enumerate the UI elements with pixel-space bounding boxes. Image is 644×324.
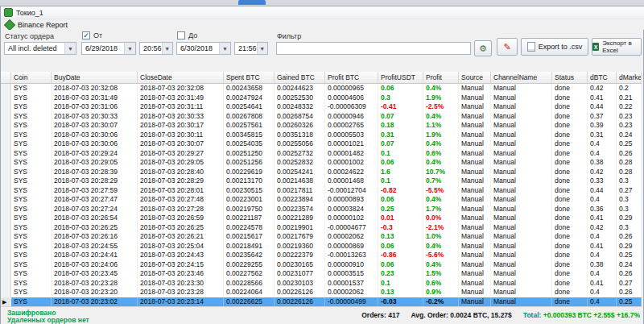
row-selector[interactable] <box>1 195 11 205</box>
row-selector[interactable] <box>1 242 11 251</box>
report-bar: Binance Report <box>1 19 644 30</box>
table-row[interactable]: SYS2018-07-03 20:26:252018-07-03 20:26:2… <box>1 223 642 233</box>
cell-source: Manual <box>459 168 491 177</box>
row-selector[interactable] <box>1 149 11 159</box>
row-selector[interactable] <box>1 260 11 270</box>
row-selector[interactable] <box>1 269 11 279</box>
column-header-profit[interactable]: Profit <box>423 72 459 83</box>
from-time-picker[interactable]: 20:56 ▼ <box>139 42 173 55</box>
to-checkbox[interactable] <box>177 31 185 39</box>
filter-input[interactable] <box>277 42 470 55</box>
calendar-dropdown-icon[interactable]: ▼ <box>124 43 135 54</box>
calendar-dropdown-icon[interactable]: ▼ <box>219 43 230 54</box>
table-row[interactable]: SYS2018-07-03 20:26:162018-07-03 20:26:2… <box>1 232 642 242</box>
window-titlebar[interactable]: Токио_1 <box>1 6 644 19</box>
row-selector[interactable] <box>1 177 11 186</box>
table-row[interactable]: SYS2018-07-03 20:30:072018-07-03 20:30:1… <box>1 121 642 131</box>
table-row[interactable]: SYS2018-07-03 20:24:552018-07-03 20:25:0… <box>1 242 642 251</box>
export-csv-button[interactable]: Export to .csv <box>521 38 588 56</box>
cell-status: done <box>552 112 588 122</box>
from-date-picker[interactable]: 6/29/2018 ▼ <box>81 42 136 55</box>
cell-coin: SYS <box>11 177 52 186</box>
cell-source: Manual <box>459 242 491 251</box>
from-checkbox-wrap[interactable]: ✓ От <box>82 31 102 39</box>
table-row[interactable]: SYS2018-07-03 20:30:332018-07-03 20:30:3… <box>1 112 642 122</box>
row-selector[interactable] <box>1 139 11 149</box>
current-row-arrow-icon[interactable]: ▶ <box>1 297 11 307</box>
row-selector[interactable] <box>1 168 11 177</box>
table-row[interactable]: SYS2018-07-03 20:24:412018-07-03 20:24:4… <box>1 251 642 260</box>
row-selector[interactable] <box>1 102 11 112</box>
cell-dmarket: 0.28 <box>617 158 642 168</box>
column-header-profit-btc[interactable]: Profit BTC <box>325 72 378 83</box>
row-selector[interactable] <box>1 288 11 297</box>
to-date-picker[interactable]: 6/30/2018 ▼ <box>176 42 231 55</box>
column-header-gained-btc[interactable]: Gained BTC <box>275 72 325 83</box>
column-header-spent-btc[interactable]: Spent BTC <box>224 72 275 83</box>
table-row[interactable]: SYS2018-07-03 20:28:292018-07-03 20:28:2… <box>1 177 642 186</box>
table-row[interactable]: SYS2018-07-03 20:30:062018-07-03 20:30:1… <box>1 131 642 140</box>
cell-buydate: 2018-07-03 20:32:08 <box>52 84 138 93</box>
row-selector[interactable] <box>1 186 11 196</box>
cell-channelname: Manual <box>491 158 552 168</box>
column-header-closedate[interactable]: CloseDate <box>138 72 224 83</box>
column-header-profit-usdt[interactable]: ProfitUSDT <box>378 72 423 83</box>
table-row[interactable]: SYS2018-07-03 20:29:052018-07-03 20:29:0… <box>1 158 642 168</box>
order-status-select[interactable]: All incl. deleted ▼ <box>4 42 76 55</box>
excel-icon: X <box>592 43 599 51</box>
table-row[interactable]: SYS2018-07-03 20:28:392018-07-03 20:28:4… <box>1 168 642 177</box>
apply-filter-button[interactable]: ⚙ <box>474 40 492 56</box>
table-row[interactable]: SYS2018-07-03 20:27:592018-07-03 20:28:0… <box>1 186 642 196</box>
column-header-coin[interactable]: Coin <box>11 72 52 83</box>
table-row[interactable]: SYS2018-07-03 20:27:242018-07-03 20:27:2… <box>1 205 642 214</box>
cell-source: Manual <box>459 139 491 149</box>
row-selector[interactable] <box>1 251 11 260</box>
row-selector[interactable] <box>1 279 11 289</box>
row-selector[interactable] <box>1 223 11 233</box>
table-row[interactable]: SYS2018-07-03 20:29:242018-07-03 20:29:2… <box>1 149 642 159</box>
row-selector[interactable] <box>1 232 11 242</box>
table-row[interactable]: SYS2018-07-03 20:31:492018-07-03 20:31:4… <box>1 93 642 103</box>
column-header-dbtc[interactable]: dBTC <box>588 72 617 83</box>
column-header-channelname[interactable]: ChannelName <box>491 72 552 83</box>
cell-closedate: 2018-07-03 20:26:21 <box>138 232 224 242</box>
export-excel-button[interactable]: X Экспорт в Excel <box>592 38 642 56</box>
cell-buydate: 2018-07-03 20:24:41 <box>52 251 138 260</box>
row-selector[interactable] <box>1 158 11 168</box>
cell-profit-btc: 0.00004606 <box>325 93 378 103</box>
cell-profit: 1.9% <box>423 93 459 103</box>
to-checkbox-wrap[interactable]: До <box>177 31 197 39</box>
cell-profit: 0.4% <box>423 242 459 251</box>
clear-button[interactable]: ✎ <box>497 38 518 56</box>
time-spinner-icon[interactable]: ▼ <box>162 43 172 54</box>
column-header-dmarket[interactable]: dMarket <box>617 72 642 83</box>
table-row[interactable]: SYS2018-07-03 20:30:062018-07-03 20:30:0… <box>1 139 642 149</box>
time-spinner-icon[interactable]: ▼ <box>257 43 267 54</box>
row-selector[interactable] <box>1 131 11 140</box>
chevron-down-icon[interactable]: ▼ <box>64 43 76 54</box>
cell-buydate: 2018-07-03 20:23:45 <box>52 269 138 279</box>
table-row[interactable]: ▶SYS2018-07-03 20:23:022018-07-03 20:23:… <box>1 297 642 307</box>
column-header-status[interactable]: Status <box>552 72 588 83</box>
table-row[interactable]: SYS2018-07-03 20:23:452018-07-03 20:23:4… <box>1 269 642 279</box>
table-row[interactable]: SYS2018-07-03 20:31:062018-07-03 20:31:1… <box>1 102 642 112</box>
cell-spent-btc: 0.00224064 <box>224 288 275 297</box>
row-selector[interactable] <box>1 214 11 223</box>
row-selector[interactable] <box>1 112 11 122</box>
table-row[interactable]: SYS2018-07-03 20:32:082018-07-03 20:32:0… <box>1 84 642 93</box>
row-selector[interactable] <box>1 121 11 131</box>
row-selector[interactable] <box>1 93 11 103</box>
cell-channelname: Manual <box>491 205 552 214</box>
table-row[interactable]: SYS2018-07-03 20:23:282018-07-03 20:23:3… <box>1 279 642 289</box>
to-time-picker[interactable]: 21:56 ▼ <box>234 42 268 55</box>
row-selector[interactable] <box>1 84 11 93</box>
from-checkbox[interactable]: ✓ <box>82 31 90 39</box>
table-row[interactable]: SYS2018-07-03 20:23:202018-07-03 20:23:2… <box>1 288 642 297</box>
column-header-buydate[interactable]: BuyDate <box>52 72 138 83</box>
cell-gained-btc: 0.00230103 <box>275 279 325 289</box>
column-header-source[interactable]: Source <box>459 72 491 83</box>
row-selector[interactable] <box>1 205 11 214</box>
table-row[interactable]: SYS2018-07-03 20:26:542018-07-03 20:26:5… <box>1 214 642 223</box>
table-row[interactable]: SYS2018-07-03 20:27:472018-07-03 20:27:4… <box>1 195 642 205</box>
table-row[interactable]: SYS2018-07-03 20:24:062018-07-03 20:24:1… <box>1 260 642 270</box>
